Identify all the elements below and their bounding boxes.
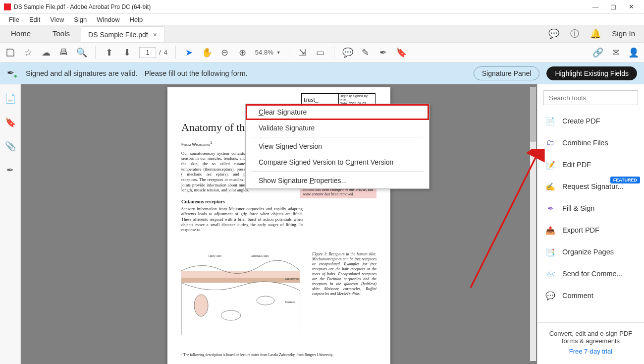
signature-context-menu: CClear Signaturelear Signature Validate … <box>245 104 429 189</box>
tool-fill-sign[interactable]: ✒Fill & Sign <box>537 197 644 219</box>
signature-valid-icon <box>7 67 19 79</box>
window-title: DS Sample File.pdf - Adobe Acrobat Pro D… <box>14 3 151 10</box>
promo-trial-link[interactable]: Free 7-day trial <box>543 348 638 355</box>
signin-button[interactable]: Sign In <box>612 29 635 38</box>
hand-icon[interactable]: ✋ <box>202 47 213 58</box>
ctx-validate-signature[interactable]: Validate Signature <box>246 120 429 136</box>
svg-line-9 <box>471 155 537 288</box>
doc-paragraph-1: Our somatosensory system consists of sen… <box>181 151 251 193</box>
tool-create-pdf[interactable]: 📄Create PDF <box>537 110 644 132</box>
page-current-input[interactable] <box>139 47 156 58</box>
featured-badge: FEATURED <box>610 177 640 183</box>
promo-text: Convert, edit and e-sign PDF forms & agr… <box>543 330 638 345</box>
promo-box: Convert, edit and e-sign PDF forms & agr… <box>537 322 644 364</box>
organize-pages-icon: 📑 <box>545 247 555 257</box>
page-indicator: / 4 <box>139 47 167 58</box>
tool-request-signatures[interactable]: FEATURED✍Request Signatur... <box>537 176 644 197</box>
maximize-button[interactable]: ▢ <box>604 1 622 13</box>
tools-panel: ▶ 📄Create PDF 🗂Combine Files 📝Edit PDF F… <box>537 84 644 364</box>
annotation-arrow <box>431 149 545 293</box>
toolbar: ☆ ☁ 🖶 🔍 ⬆ ⬇ / 4 ➤ ✋ ⊖ ⊕ 54.8% ▼ ⇲ ▭ 💬 ✎ … <box>0 43 644 62</box>
bell-icon[interactable]: 🔔 <box>590 28 601 39</box>
doc-figure-diagram: Hairy skin Glabrous skin Epidermis Dermi… <box>181 251 300 335</box>
attachment-icon[interactable]: 📎 <box>5 141 16 152</box>
zoom-level[interactable]: 54.8% ▼ <box>255 49 281 56</box>
cloud-icon[interactable]: ☁ <box>41 47 52 58</box>
search-tools-input[interactable] <box>543 90 638 105</box>
tool-comment[interactable]: 💬Comment <box>537 285 644 306</box>
tab-document-label: DS Sample File.pdf <box>88 31 148 39</box>
fit-width-icon[interactable]: ⇲ <box>297 47 308 58</box>
highlight-fields-button[interactable]: Highlight Existing Fields <box>546 66 637 80</box>
svg-text:Glabrous skin: Glabrous skin <box>251 254 269 257</box>
link-icon[interactable]: 🔗 <box>592 47 603 58</box>
fit-page-icon[interactable]: ▭ <box>315 47 326 58</box>
tab-tools[interactable]: Tools <box>42 25 81 42</box>
doc-paragraph-2: Sensory information from Meissner corpus… <box>181 206 303 233</box>
tool-edit-pdf[interactable]: 📝Edit PDF <box>537 154 644 176</box>
search-icon[interactable]: 🔍 <box>76 47 87 58</box>
print-icon[interactable]: 🖶 <box>58 47 69 58</box>
menu-bar: File Edit View Sign Window Help <box>0 14 644 25</box>
select-icon[interactable]: ➤ <box>184 47 195 58</box>
create-pdf-icon: 📄 <box>545 116 555 126</box>
ctx-clear-signature[interactable]: CClear Signaturelear Signature <box>246 104 429 120</box>
menu-sign[interactable]: Sign <box>69 15 92 24</box>
tab-home[interactable]: Home <box>0 25 42 42</box>
close-window-button[interactable]: ✕ <box>622 1 640 13</box>
signature-banner: Signed and all signatures are valid. Ple… <box>0 62 644 84</box>
zoom-out-icon[interactable]: ⊖ <box>219 47 230 58</box>
menu-window[interactable]: Window <box>92 15 124 24</box>
ctx-view-signed-version[interactable]: View Signed Version <box>246 138 429 154</box>
doc-subheading: Cutaneous receptors <box>181 199 376 204</box>
doc-figure-caption: Figure 1: Receptors in the human skin: M… <box>312 252 376 297</box>
doc-footnote: ¹ The following description is based on … <box>181 353 376 357</box>
menu-file[interactable]: File <box>4 15 24 24</box>
zoom-in-icon[interactable]: ⊕ <box>237 47 248 58</box>
left-nav: 📄 🔖 📎 ✒ ◀ <box>0 84 21 364</box>
menu-view[interactable]: View <box>45 15 69 24</box>
comment-icon[interactable]: 💬 <box>342 47 353 58</box>
acrobat-icon <box>4 3 11 10</box>
email-icon[interactable]: ✉ <box>610 47 621 58</box>
combine-files-icon: 🗂 <box>545 138 555 148</box>
tool-organize-pages[interactable]: 📑Organize Pages <box>537 241 644 263</box>
tab-document[interactable]: DS Sample File.pdf × <box>81 26 164 42</box>
menu-edit[interactable]: Edit <box>24 15 45 24</box>
bookmark-icon[interactable]: 🔖 <box>5 117 16 128</box>
signature-nav-icon[interactable]: ✒ <box>6 165 14 176</box>
request-sign-icon: ✍ <box>545 182 555 191</box>
page-down-icon[interactable]: ⬇ <box>121 47 132 58</box>
scrollbar-thumb[interactable] <box>530 87 536 142</box>
title-bar: DS Sample File.pdf - Adobe Acrobat Pro D… <box>0 0 644 14</box>
comment-tool-icon: 💬 <box>545 291 555 301</box>
svg-text:Epidermis: Epidermis <box>285 277 299 280</box>
sign-icon[interactable]: ✒ <box>378 47 389 58</box>
page-total: 4 <box>164 49 167 56</box>
ctx-signature-properties[interactable]: Show Signature Properties... <box>246 173 429 188</box>
tool-export-pdf[interactable]: 📤Export PDF <box>537 219 644 241</box>
menu-help[interactable]: Help <box>125 15 148 24</box>
help-icon[interactable]: ⓘ <box>570 28 579 40</box>
share-icon[interactable]: 👤 <box>628 47 639 58</box>
minimize-button[interactable]: ― <box>587 1 604 13</box>
svg-point-2 <box>194 295 208 316</box>
svg-text:Dermis: Dermis <box>285 301 295 303</box>
tab-close-icon[interactable]: × <box>153 31 157 39</box>
highlight-icon[interactable]: ✎ <box>360 47 371 58</box>
tool-send-comments[interactable]: 📨Send for Comme... <box>537 263 644 285</box>
svg-rect-0 <box>181 271 300 278</box>
send-comments-icon: 📨 <box>545 269 555 279</box>
fill-sign-icon: ✒ <box>545 203 555 213</box>
save-icon[interactable] <box>5 47 16 58</box>
svg-rect-1 <box>181 278 300 283</box>
ctx-compare-signed-version[interactable]: Compare Signed Version to Current Versio… <box>246 154 429 170</box>
notification-icon[interactable]: 💬 <box>548 28 559 39</box>
stamp-icon[interactable]: 🔖 <box>396 47 407 58</box>
star-icon[interactable]: ☆ <box>23 47 34 58</box>
page-up-icon[interactable]: ⬆ <box>104 47 114 58</box>
thumbnails-icon[interactable]: 📄 <box>5 93 16 104</box>
tabs-row: Home Tools DS Sample File.pdf × 💬 ⓘ 🔔 Si… <box>0 25 644 43</box>
signature-panel-button[interactable]: Signature Panel <box>474 66 540 80</box>
tool-combine-files[interactable]: 🗂Combine Files <box>537 132 644 154</box>
